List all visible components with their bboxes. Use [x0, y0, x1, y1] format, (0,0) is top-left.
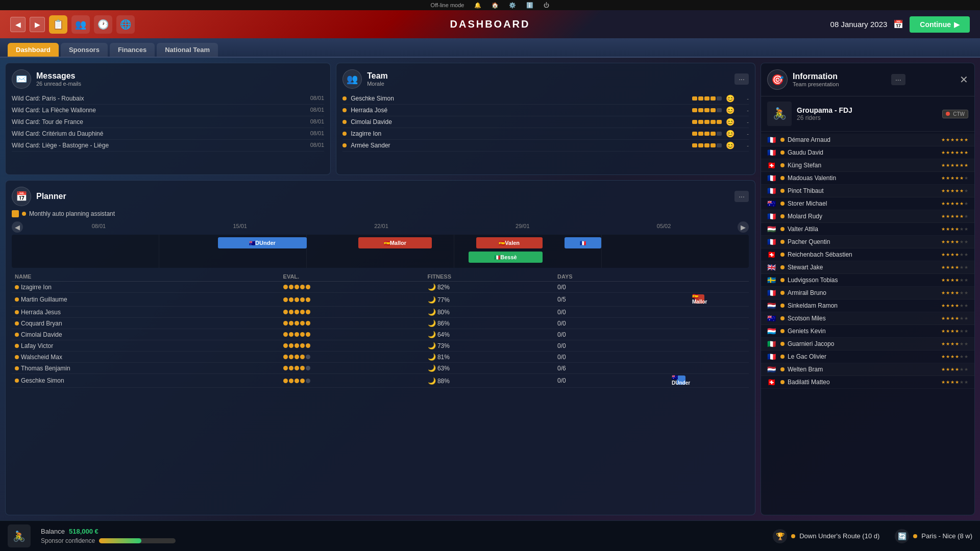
calendar-icon[interactable]: 📅: [893, 19, 903, 29]
info-rider-row[interactable]: 🇳🇱 Sinkeldam Ramon ★★★★★★: [761, 299, 974, 312]
info-rider-row[interactable]: 🇫🇷 Pinot Thibaut ★★★★★★: [761, 185, 974, 197]
info-panel-close-button[interactable]: ✕: [960, 73, 968, 86]
filled-star: ★: [941, 380, 945, 385]
rider-color-dot: [780, 214, 785, 218]
power-icon[interactable]: ⏻: [544, 2, 549, 8]
tab-sponsors[interactable]: Sponsors: [61, 43, 108, 57]
race-block-besse[interactable]: 🇮🇹 Bessè: [469, 252, 542, 263]
info-rider-row[interactable]: 🇮🇹 Guarnieri Jacopo ★★★★★★: [761, 338, 974, 350]
info-rider-row[interactable]: 🇬🇧 Stewart Jake ★★★★★★: [761, 261, 974, 274]
info-rider-row[interactable]: 🇨🇭 Reichenbach Sébastien ★★★★★★: [761, 248, 974, 261]
message-item[interactable]: Wild Card: Critérium du Dauphiné 08/01: [12, 128, 324, 140]
info-rider-row[interactable]: 🇦🇺 Storer Michael ★★★★★★: [761, 197, 974, 210]
filled-star: ★: [964, 137, 968, 142]
race-block-fr[interactable]: 🇫🇷: [565, 237, 601, 248]
info-panel-menu-button[interactable]: ···: [891, 74, 905, 85]
info-rider-row[interactable]: 🇫🇷 Le Gac Olivier ★★★★★★: [761, 350, 974, 363]
message-item[interactable]: Wild Card: La Flèche Wallonne 08/01: [12, 105, 324, 116]
filled-star: ★: [960, 188, 964, 193]
bell-icon[interactable]: 🔔: [474, 2, 481, 9]
globe-nav-icon[interactable]: 🌐: [116, 15, 135, 34]
rider-stars: ★★★★★★: [941, 265, 968, 270]
moon-icon: 🌙: [428, 364, 436, 372]
rider-schedule: [647, 352, 749, 363]
rider-flag: 🇨🇭: [767, 161, 777, 169]
info-rider-row[interactable]: 🇫🇷 Démare Arnaud ★★★★★★: [761, 134, 974, 146]
filled-star: ★: [950, 214, 954, 219]
clock-nav-icon[interactable]: 🕐: [94, 15, 112, 34]
filled-star: ★: [941, 303, 945, 308]
planner-prev-button[interactable]: ◀: [12, 221, 23, 233]
message-item[interactable]: Wild Card: Liège - Bastogne - Liège 08/0…: [12, 140, 324, 152]
info-rider-row[interactable]: 🇫🇷 Pacher Quentin ★★★★★★: [761, 236, 974, 248]
info-rider-row[interactable]: 🇨🇭 Badilatti Matteo ★★★★★★: [761, 376, 974, 389]
empty-star: ★: [964, 354, 968, 359]
race-block-dunder[interactable]: 🇦🇺 DUnder: [218, 237, 306, 248]
race-block-valen[interactable]: 🇪🇸 Valen: [476, 237, 543, 248]
home-icon[interactable]: 🏠: [492, 2, 499, 9]
info-rider-row[interactable]: 🇦🇺 Scotson Miles ★★★★★★: [761, 312, 974, 325]
info-rider-row[interactable]: 🇫🇷 Molard Rudy ★★★★★★: [761, 210, 974, 223]
message-item[interactable]: Wild Card: Paris - Roubaix 08/01: [12, 93, 324, 105]
auto-planning-label: Monthly auto planning assistant: [29, 210, 115, 217]
planner-next-button[interactable]: ▶: [738, 221, 749, 233]
rider-table-row: Martin Guillaume 🌙 77% 0/5 🇪🇸 Mallor: [12, 293, 749, 307]
filled-star: ★: [955, 341, 959, 346]
info-rider-row[interactable]: 🇫🇷 Gaudu David ★★★★★★: [761, 146, 974, 159]
rider-eval: [280, 307, 425, 318]
rider-table-row: Geschke Simon 🌙 88% 0/0 🇦🇺 DUnder: [12, 374, 749, 388]
auto-planning-checkbox[interactable]: [12, 210, 19, 217]
message-item[interactable]: Wild Card: Tour de France 08/01: [12, 116, 324, 128]
event-item-2: 🔄 Paris - Nice (8 w): [895, 529, 972, 543]
filled-star: ★: [946, 239, 950, 244]
team-riders-count: 26 riders: [797, 114, 852, 121]
nav-forward-button[interactable]: ▶: [30, 17, 45, 32]
dashboard-nav-icon[interactable]: 📋: [49, 15, 67, 34]
planner-riders-scroll[interactable]: NAME EVAL. FITNESS DAYS Izagirre Ion: [12, 272, 749, 388]
tab-finances[interactable]: Finances: [110, 43, 155, 57]
moon-icon: 🌙: [428, 342, 436, 349]
top-bar-left: ◀ ▶ 📋 👥 🕐 🌐: [10, 15, 135, 34]
bottom-bar: 🚴 Balance 518,000 € Sponsor confidence 🏆…: [0, 520, 980, 551]
rider-schedule: [647, 318, 749, 329]
rider-stars: ★★★★★★: [941, 239, 968, 244]
riders-list[interactable]: 🇫🇷 Démare Arnaud ★★★★★★ 🇫🇷 Gaudu David ★…: [761, 132, 974, 515]
info-icon[interactable]: ℹ️: [526, 2, 533, 9]
team-title: Team: [367, 71, 388, 81]
empty-star: ★: [960, 303, 964, 308]
main-content: ✉️ Messages 26 unread e-mails Wild Card:…: [0, 58, 980, 520]
filled-star: ★: [955, 329, 959, 334]
team-menu-button[interactable]: ···: [734, 73, 749, 85]
rider-schedule: [647, 340, 749, 352]
race-block-mallor-1[interactable]: 🇪🇸 Mallor: [358, 237, 432, 248]
tab-dashboard[interactable]: Dashboard: [8, 43, 59, 57]
info-rider-row[interactable]: 🇨🇭 Küng Stefan ★★★★★★: [761, 159, 974, 172]
rider-status-dot: [15, 379, 19, 383]
info-rider-row[interactable]: 🇱🇺 Geniets Kevin ★★★★★★: [761, 325, 974, 338]
team-nav-icon[interactable]: 👥: [71, 15, 90, 34]
confidence-bar-bg: [99, 538, 176, 543]
info-rider-row[interactable]: 🇳🇱 Welten Bram ★★★★★★: [761, 363, 974, 376]
confidence-label: Sponsor confidence: [41, 537, 95, 544]
nav-back-button[interactable]: ◀: [10, 17, 26, 32]
rider-status-dot: [15, 333, 19, 337]
info-rider-row[interactable]: 🇸🇪 Ludvigsson Tobias ★★★★★★: [761, 274, 974, 287]
planner-menu-button[interactable]: ···: [734, 191, 749, 202]
rider-days: 0/0: [554, 318, 647, 329]
settings-icon[interactable]: ⚙️: [509, 2, 516, 9]
rider-stars: ★★★★★★: [941, 252, 968, 257]
info-rider-row[interactable]: 🇭🇺 Valter Attila ★★★★★★: [761, 223, 974, 236]
bottom-stats: Balance 518,000 € Sponsor confidence: [41, 528, 176, 544]
empty-star: ★: [964, 290, 968, 295]
filled-star: ★: [946, 316, 950, 321]
filled-star: ★: [955, 252, 959, 257]
continue-button[interactable]: Continue ▶: [910, 16, 970, 33]
info-rider-row[interactable]: 🇫🇷 Armirail Bruno ★★★★★★: [761, 287, 974, 299]
info-rider-row[interactable]: 🇫🇷 Madouas Valentin ★★★★★★: [761, 172, 974, 185]
rider-name: Lafay Victor: [12, 340, 280, 352]
top-bar-right: 08 January 2023 📅 Continue ▶: [830, 16, 970, 33]
tab-national-team[interactable]: National Team: [157, 43, 218, 57]
rider-color-dot: [780, 367, 785, 371]
filled-star: ★: [955, 163, 959, 168]
rider-color-dot: [780, 291, 785, 295]
